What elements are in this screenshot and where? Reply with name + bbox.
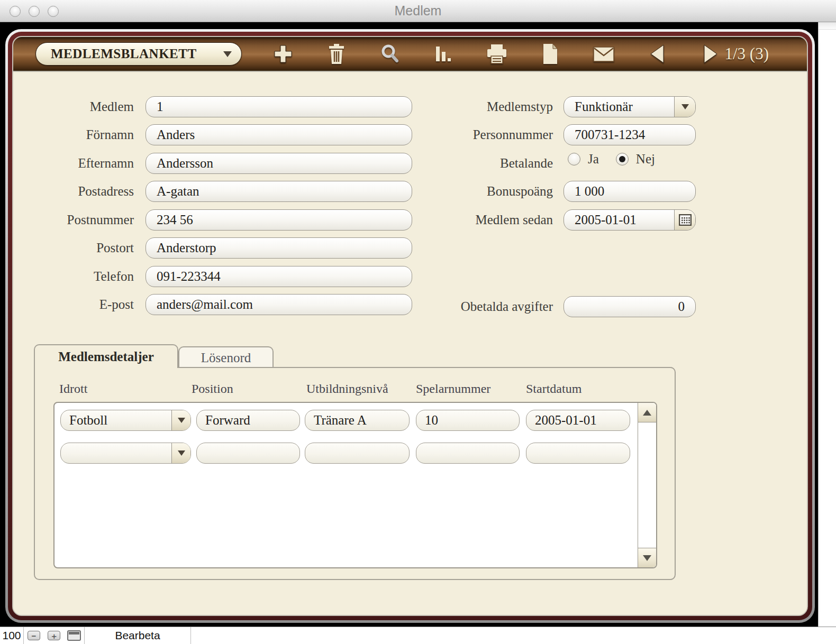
idrott-dropdown-button[interactable] <box>171 410 190 430</box>
scroll-down-button[interactable] <box>638 548 656 567</box>
tab-losenord[interactable]: Lösenord <box>178 346 274 368</box>
mode-selector[interactable]: Bearbeta <box>85 629 190 642</box>
field-label-personnummer: Personnummer <box>394 124 553 145</box>
medlem-sedan-value: 2005-01-01 <box>575 213 637 227</box>
next-record-button[interactable] <box>699 42 722 66</box>
print-button[interactable] <box>485 42 508 66</box>
toolbar: MEDLEMSBLANKETT <box>13 37 807 72</box>
chevron-down-icon <box>223 51 232 57</box>
column-header-idrott: Idrott <box>59 382 87 396</box>
radio-ja[interactable] <box>568 153 580 165</box>
document-icon <box>542 43 559 65</box>
radio-nej[interactable] <box>616 153 629 165</box>
betalande-radio-group: Ja Nej <box>568 152 665 167</box>
radio-nej-label: Nej <box>636 152 655 167</box>
record-counter: 1/3 (3) <box>724 44 769 63</box>
startdatum-field[interactable]: 2005-01-01 <box>526 410 630 431</box>
calendar-picker-button[interactable] <box>674 210 695 230</box>
obetalda-avgifter-field[interactable]: 0 <box>564 296 696 317</box>
field-label-betalande: Betalande <box>394 153 553 174</box>
plus-icon <box>272 43 294 65</box>
medlemsdetaljer-panel: Idrott Position Utbildningsnivå Spelarnu… <box>34 367 676 580</box>
medlemstyp-dropdown-button[interactable] <box>674 97 695 117</box>
position-field[interactable]: Forward <box>196 410 300 431</box>
spelarnummer-field[interactable]: 10 <box>416 410 520 431</box>
column-header-spelarnummer: Spelarnummer <box>416 382 490 396</box>
statusbar: 100 − ＋ Bearbeta <box>0 627 836 644</box>
new-record-button[interactable] <box>271 42 295 66</box>
field-label-postnummer: Postnummer <box>13 209 134 231</box>
utbildningsniva-field[interactable] <box>305 443 410 464</box>
position-field[interactable] <box>196 443 300 464</box>
prev-record-icon <box>649 43 666 65</box>
idrott-dropdown[interactable]: Fotboll <box>60 410 191 431</box>
field-label-medlemstyp: Medlemstyp <box>394 96 553 117</box>
layout-selector-dropdown[interactable]: MEDLEMSBLANKETT <box>35 42 242 66</box>
statusbar-spacer <box>190 627 836 644</box>
window-scrollbar-corner <box>819 22 836 30</box>
epost-field[interactable]: anders@mail.com <box>146 294 412 315</box>
postort-field[interactable]: Anderstorp <box>146 237 412 259</box>
layout-selector-label: MEDLEMSBLANKETT <box>51 47 197 61</box>
field-label-telefon: Telefon <box>13 266 134 287</box>
field-label-postadress: Postadress <box>13 181 134 202</box>
telefon-field[interactable]: 091-223344 <box>146 266 412 287</box>
arrow-up-icon <box>643 410 651 416</box>
titlebar: Medlem <box>0 0 836 22</box>
zoom-level: 100 <box>0 629 23 642</box>
medlemstyp-dropdown[interactable]: Funktionär <box>564 96 696 117</box>
chevron-down-icon <box>681 104 689 109</box>
bonuspoang-field[interactable]: 1 000 <box>564 181 696 202</box>
column-header-position: Position <box>192 382 233 396</box>
mail-icon <box>592 44 615 63</box>
chevron-down-icon <box>178 418 185 423</box>
medlem-sedan-field[interactable]: 2005-01-01 <box>564 209 696 231</box>
field-label-efternamn: Efternamn <box>13 153 134 174</box>
find-button[interactable] <box>378 42 402 66</box>
field-label-epost: E-post <box>13 294 134 315</box>
field-label-postort: Postort <box>13 237 134 259</box>
field-label-fornamn: Förnamn <box>13 124 134 145</box>
field-label-medlem: Medlem <box>13 96 134 117</box>
portal-scrollbar[interactable] <box>638 403 656 567</box>
startdatum-field[interactable] <box>526 443 630 464</box>
scroll-up-button[interactable] <box>638 403 656 422</box>
prev-record-button[interactable] <box>646 42 669 66</box>
idrott-dropdown-button[interactable] <box>171 443 190 463</box>
medlemstyp-value: Funktionär <box>575 99 633 114</box>
bar-chart-icon <box>434 43 453 65</box>
search-icon <box>379 43 401 65</box>
chart-button[interactable] <box>432 42 455 66</box>
layout-window-frame: MEDLEMSBLANKETT <box>8 32 812 620</box>
column-header-startdatum: Startdatum <box>526 382 581 396</box>
window-panel-icon <box>67 630 81 641</box>
mail-button[interactable] <box>592 42 615 66</box>
fornamn-field[interactable]: Anders <box>146 124 412 145</box>
idrott-dropdown[interactable] <box>60 443 191 464</box>
tab-medlemsdetaljer[interactable]: Medlemsdetaljer <box>34 344 178 368</box>
printer-icon <box>486 43 508 65</box>
trash-icon <box>326 43 347 65</box>
field-label-obetalda-avgifter: Obetalda avgifter <box>394 296 553 317</box>
window-scrollbar[interactable] <box>818 22 836 627</box>
window-title: Medlem <box>0 0 836 22</box>
chevron-down-icon <box>178 450 185 456</box>
postadress-field[interactable]: A-gatan <box>146 181 412 202</box>
arrow-down-icon <box>643 555 651 561</box>
toggle-statusbar-button[interactable] <box>64 627 84 644</box>
form-body: Medlem Förnamn Efternamn Postadress Post… <box>13 72 807 615</box>
field-label-medlem-sedan: Medlem sedan <box>394 209 553 231</box>
zoom-in-button[interactable]: ＋ <box>44 627 64 644</box>
spelarnummer-field[interactable] <box>416 443 520 464</box>
postnummer-field[interactable]: 234 56 <box>146 209 412 231</box>
field-label-bonuspoang: Bonuspoäng <box>394 181 553 202</box>
utbildningsniva-field[interactable]: Tränare A <box>305 410 410 431</box>
medlem-field[interactable]: 1 <box>146 96 412 117</box>
delete-record-button[interactable] <box>325 42 348 66</box>
layout-window: MEDLEMSBLANKETT <box>5 29 815 623</box>
zoom-out-button[interactable]: − <box>24 627 44 644</box>
personnummer-field[interactable]: 700731-1234 <box>564 124 696 145</box>
efternamn-field[interactable]: Andersson <box>146 153 412 174</box>
new-layout-button[interactable] <box>539 42 562 66</box>
radio-ja-label: Ja <box>588 152 599 167</box>
